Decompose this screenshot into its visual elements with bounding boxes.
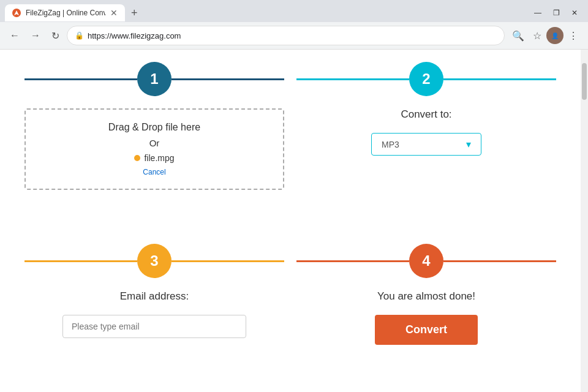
format-value: MP3 <box>382 140 399 149</box>
browser-tab[interactable]: FileZigZag | Online Converter... ✕ <box>5 4 125 21</box>
bookmark-button[interactable]: ☆ <box>529 28 545 44</box>
step4-header: 4 <box>296 244 556 278</box>
main-area: 1 Drag & Drop file here Or file.mpg Canc… <box>0 50 581 392</box>
window-controls: — ❐ ✕ <box>529 6 583 20</box>
step4-line-right <box>443 260 556 262</box>
forward-button[interactable]: → <box>27 28 44 43</box>
search-button[interactable]: 🔍 <box>508 28 528 44</box>
restore-button[interactable]: ❐ <box>548 6 565 20</box>
step1-section: 1 Drag & Drop file here Or file.mpg Canc… <box>24 62 284 225</box>
step2-header: 2 <box>296 62 556 96</box>
step2-line-left <box>296 78 409 80</box>
new-tab-button[interactable]: + <box>127 4 141 21</box>
back-button[interactable]: ← <box>6 28 23 43</box>
step2-line-right <box>443 78 556 80</box>
browser-chrome: FileZigZag | Online Converter... ✕ + — ❐… <box>0 0 588 50</box>
step3-line-left <box>24 260 137 262</box>
drop-or-text: Or <box>149 138 160 148</box>
tab-close-button[interactable]: ✕ <box>110 8 118 18</box>
scrollbar-thumb[interactable] <box>582 63 587 100</box>
menu-button[interactable]: ⋮ <box>565 28 582 44</box>
drop-main-text: Drag & Drop file here <box>108 122 200 133</box>
step1-header: 1 <box>24 62 284 96</box>
almost-done-label: You are almost done! <box>377 290 475 303</box>
convert-to-label: Convert to: <box>401 108 451 121</box>
email-label: Email address: <box>120 290 189 303</box>
step1-line-right <box>172 78 284 80</box>
step4-line-left <box>296 260 409 262</box>
step1-circle: 1 <box>137 62 172 96</box>
address-input[interactable] <box>88 31 497 40</box>
nav-icons: 🔍 ☆ 👤 ⋮ <box>508 27 582 44</box>
file-dot-icon <box>134 155 140 161</box>
step3-header: 3 <box>24 244 284 278</box>
cancel-link[interactable]: Cancel <box>143 168 165 176</box>
tab-favicon <box>12 9 21 17</box>
dropdown-arrow-icon: ▾ <box>466 138 471 150</box>
close-button[interactable]: ✕ <box>566 6 583 20</box>
step3-section: 3 Email address: <box>24 244 284 380</box>
step3-line-right <box>172 260 284 262</box>
refresh-button[interactable]: ↻ <box>48 28 63 44</box>
file-name-text: file.mpg <box>144 153 174 163</box>
title-bar: FileZigZag | Online Converter... ✕ + — ❐… <box>0 0 588 22</box>
lock-icon: 🔒 <box>75 31 84 40</box>
step2-section: 2 Convert to: MP3 ▾ <box>296 62 556 225</box>
convert-button[interactable]: Convert <box>375 315 478 345</box>
step4-circle: 4 <box>409 244 443 278</box>
address-bar[interactable]: 🔒 <box>67 26 505 45</box>
step2-circle: 2 <box>409 62 443 96</box>
step1-line-left <box>24 78 137 80</box>
minimize-button[interactable]: — <box>529 6 546 20</box>
file-row: file.mpg <box>134 153 174 163</box>
step3-circle: 3 <box>137 244 172 278</box>
tab-title: FileZigZag | Online Converter... <box>26 9 105 17</box>
step4-section: 4 You are almost done! Convert <box>296 244 556 380</box>
page-content: 1 Drag & Drop file here Or file.mpg Canc… <box>0 50 588 392</box>
email-input[interactable] <box>62 315 246 338</box>
scrollbar[interactable] <box>581 50 588 392</box>
avatar[interactable]: 👤 <box>546 27 564 44</box>
nav-bar: ← → ↻ 🔒 🔍 ☆ 👤 ⋮ <box>0 22 588 49</box>
drop-zone[interactable]: Drag & Drop file here Or file.mpg Cancel <box>24 108 284 190</box>
format-select[interactable]: MP3 ▾ <box>371 133 481 156</box>
